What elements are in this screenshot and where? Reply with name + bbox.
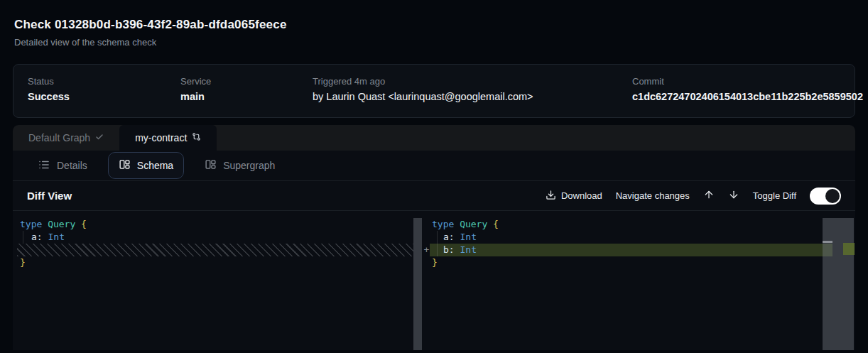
scalar-int: Int bbox=[48, 232, 64, 242]
commit-label: Commit bbox=[632, 76, 863, 87]
diff-toolbar: Download Navigate changes Toggle Diff bbox=[546, 188, 841, 205]
left-code-line-4: } bbox=[20, 256, 26, 269]
diff-view-header: Diff View Download Navigate changes Togg… bbox=[13, 180, 855, 211]
typename-query: Query bbox=[48, 219, 75, 229]
subtab-supergraph-label: Supergraph bbox=[223, 160, 275, 171]
scalar-int: Int bbox=[460, 244, 476, 255]
download-icon bbox=[546, 190, 556, 202]
service-value: main bbox=[180, 91, 211, 102]
page-title: Check 01328b0d-b396-43f2-89ab-dfda065fee… bbox=[14, 18, 854, 32]
right-code-line-3-added: b: Int bbox=[443, 244, 477, 256]
tab-my-contract-label: my-contract bbox=[135, 132, 187, 143]
arrow-up-icon bbox=[703, 189, 715, 202]
check-summary-card: Status Success Service main Triggered 4m… bbox=[13, 64, 855, 118]
keyword-type: type bbox=[20, 219, 42, 229]
right-code-line-2: a: Int bbox=[443, 231, 477, 244]
subtab-supergraph[interactable]: Supergraph bbox=[194, 152, 286, 179]
subtab-schema[interactable]: Schema bbox=[108, 152, 184, 179]
page-subtitle: Detailed view of the schema check bbox=[14, 37, 854, 48]
tab-default-graph-label: Default Graph bbox=[28, 132, 90, 143]
subtab-schema-label: Schema bbox=[137, 160, 173, 171]
git-compare-icon bbox=[192, 132, 201, 143]
left-pane-scrollbar[interactable] bbox=[413, 218, 422, 350]
status-label: Status bbox=[28, 76, 70, 87]
open-brace: { bbox=[493, 219, 499, 229]
check-icon bbox=[95, 132, 104, 143]
arrow-down-icon bbox=[728, 189, 739, 202]
triggered-label: Triggered 4m ago bbox=[313, 76, 533, 87]
summary-status: Status Success bbox=[28, 76, 70, 102]
status-value: Success bbox=[28, 91, 70, 102]
list-icon bbox=[38, 158, 50, 173]
scalar-int: Int bbox=[460, 232, 476, 242]
close-brace: } bbox=[20, 257, 26, 268]
subtab-details[interactable]: Details bbox=[27, 152, 98, 180]
overview-ruler-cursor-tick bbox=[823, 241, 832, 243]
schema-diff-editor[interactable]: type Query { a: Int } + type Query { a: … bbox=[13, 211, 855, 350]
open-brace: { bbox=[81, 219, 87, 229]
layout-panels-icon bbox=[119, 158, 131, 173]
close-brace: } bbox=[432, 257, 438, 268]
view-subtabs: Details Schema Supergraph bbox=[13, 151, 855, 180]
indent-guide bbox=[23, 231, 23, 244]
diff-view-title: Diff View bbox=[27, 190, 72, 202]
keyword-type: type bbox=[432, 219, 454, 229]
summary-commit: Commit c1dc62724702406154013cbe11b225b2e… bbox=[632, 76, 863, 102]
summary-service: Service main bbox=[180, 76, 211, 102]
field-b: b: bbox=[443, 244, 455, 255]
right-pane-scrollbar[interactable] bbox=[823, 218, 854, 350]
right-code-line-1: type Query { bbox=[432, 218, 499, 231]
toggle-diff-knob bbox=[825, 189, 840, 203]
overview-ruler-added-marker bbox=[843, 243, 855, 255]
indent-guide bbox=[437, 231, 438, 256]
right-code-line-4: } bbox=[432, 256, 438, 269]
field-a: a: bbox=[443, 232, 455, 242]
added-line-highlight bbox=[430, 244, 832, 256]
previous-change-button[interactable] bbox=[703, 189, 715, 202]
layout-panels-icon bbox=[205, 158, 217, 173]
toggle-diff-label: Toggle Diff bbox=[753, 190, 796, 201]
field-a: a: bbox=[31, 232, 43, 242]
download-button[interactable]: Download bbox=[546, 190, 602, 202]
removed-line-placeholder bbox=[17, 244, 413, 256]
check-detail-card: Default Graph my-contract Details Schema bbox=[13, 125, 855, 350]
triggered-value: by Laurin Quast <laurinquast@googlemail.… bbox=[313, 91, 533, 102]
subtab-details-label: Details bbox=[57, 160, 87, 171]
tab-default-graph[interactable]: Default Graph bbox=[13, 125, 119, 151]
tab-my-contract[interactable]: my-contract bbox=[119, 125, 217, 151]
graph-tabstrip: Default Graph my-contract bbox=[13, 125, 855, 151]
service-label: Service bbox=[180, 76, 211, 87]
left-code-line-1: type Query { bbox=[20, 218, 87, 231]
summary-triggered: Triggered 4m ago by Laurin Quast <laurin… bbox=[313, 76, 533, 102]
typename-query: Query bbox=[460, 219, 487, 229]
download-label: Download bbox=[561, 190, 602, 201]
commit-value: c1dc62724702406154013cbe11b225b2e5859502 bbox=[632, 91, 863, 102]
left-code-line-2: a: Int bbox=[31, 231, 65, 244]
toggle-diff-switch[interactable] bbox=[810, 188, 841, 205]
navigate-changes-label: Navigate changes bbox=[616, 190, 690, 201]
next-change-button[interactable] bbox=[728, 189, 739, 202]
page-header: Check 01328b0d-b396-43f2-89ab-dfda065fee… bbox=[0, 0, 868, 48]
